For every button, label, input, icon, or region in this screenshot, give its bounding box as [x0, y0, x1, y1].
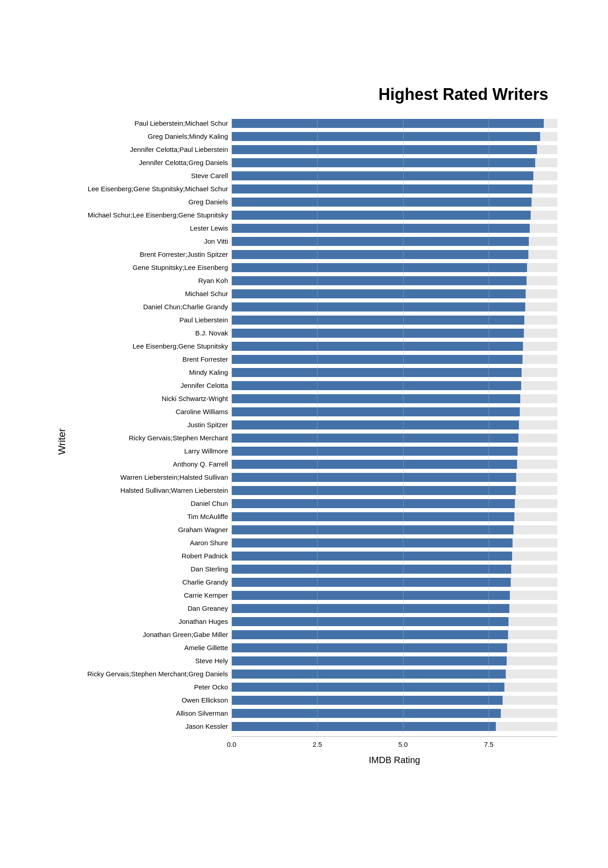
- y-axis-label: Writer: [51, 118, 69, 765]
- bar-label: Dan Sterling: [69, 565, 232, 573]
- bar-label: Mindy Kaling: [69, 368, 232, 376]
- bar-track: [232, 512, 557, 521]
- bar-fill: [232, 407, 520, 416]
- bar-fill: [232, 578, 511, 587]
- bar-fill: [232, 604, 509, 613]
- bar-label: Daniel Chun: [69, 500, 232, 507]
- bar-track: [232, 289, 557, 298]
- bar-label: B.J. Novak: [69, 329, 232, 337]
- x-tick: 2.5: [313, 741, 322, 748]
- bar-row: Tim McAuliffe: [69, 511, 557, 523]
- bar-fill: [232, 263, 527, 272]
- bar-row: Steve Carell: [69, 170, 557, 182]
- bars-wrapper: Paul Lieberstein;Michael SchurGreg Danie…: [69, 118, 557, 732]
- bar-label: Greg Daniels: [69, 198, 232, 206]
- bar-row: Jennifer Celotta;Paul Lieberstein: [69, 144, 557, 156]
- bar-row: Jon Vitti: [69, 236, 557, 247]
- bar-fill: [232, 434, 518, 443]
- bar-track: [232, 591, 557, 600]
- bar-row: Peter Ocko: [69, 681, 557, 693]
- bar-fill: [232, 119, 544, 128]
- bar-fill: [232, 683, 504, 692]
- bar-label: Jennifer Celotta;Paul Lieberstein: [69, 146, 232, 153]
- bar-fill: [232, 381, 521, 390]
- bar-track: [232, 525, 557, 534]
- bar-fill: [232, 709, 501, 718]
- bar-track: [232, 447, 557, 456]
- bar-fill: [232, 302, 525, 311]
- chart-container: Highest Rated Writers Writer Paul Lieber…: [33, 67, 575, 802]
- bar-fill: [232, 132, 540, 141]
- bar-row: Lee Eisenberg;Gene Stupnitsky: [69, 340, 557, 352]
- bar-label: Jonathan Huges: [69, 618, 232, 625]
- bar-fill: [232, 145, 537, 154]
- bar-track: [232, 696, 557, 705]
- bar-track: [232, 184, 557, 193]
- bar-fill: [232, 237, 529, 246]
- bar-row: Ricky Gervais;Stephen Merchant;Greg Dani…: [69, 668, 557, 680]
- bar-label: Lee Eisenberg;Gene Stupnitsky: [69, 342, 232, 350]
- bar-label: Aaron Shure: [69, 539, 232, 547]
- bar-label: Amelie Gillette: [69, 644, 232, 651]
- bar-label: Jon Vitti: [69, 237, 232, 245]
- bar-track: [232, 145, 557, 154]
- bar-track: [232, 368, 557, 377]
- bar-track: [232, 420, 557, 429]
- bar-label: Paul Lieberstein;Michael Schur: [69, 119, 232, 127]
- bar-fill: [232, 722, 496, 731]
- bar-track: [232, 211, 557, 220]
- bar-row: Mindy Kaling: [69, 367, 557, 378]
- bar-label: Steve Hely: [69, 657, 232, 665]
- bar-track: [232, 604, 557, 613]
- bar-track: [232, 171, 557, 180]
- bar-label: Brent Forrester;Justin Spitzer: [69, 250, 232, 258]
- x-axis: 0.02.55.07.5: [69, 736, 557, 750]
- bar-label: Lester Lewis: [69, 224, 232, 232]
- bar-label: Daniel Chun;Charlie Grandy: [69, 303, 232, 311]
- bar-row: Michael Schur;Lee Eisenberg;Gene Stupnit…: [69, 209, 557, 221]
- bar-label: Owen Ellickson: [69, 696, 232, 704]
- bar-fill: [232, 591, 510, 600]
- bar-track: [232, 552, 557, 561]
- bar-row: Steve Hely: [69, 655, 557, 667]
- bar-label: Lee Eisenberg;Gene Stupnitsky;Michael Sc…: [69, 185, 232, 193]
- bar-label: Jonathan Green;Gabe Miller: [69, 631, 232, 638]
- bar-row: Aaron Shure: [69, 537, 557, 549]
- bar-fill: [232, 565, 511, 574]
- bar-row: Dan Greaney: [69, 603, 557, 614]
- bar-track: [232, 263, 557, 272]
- bar-row: Larry Willmore: [69, 445, 557, 457]
- bar-row: Jonathan Green;Gabe Miller: [69, 629, 557, 641]
- bar-track: [232, 132, 557, 141]
- bar-label: Gene Stupnitsky;Lee Eisenberg: [69, 264, 232, 271]
- bar-row: Carrie Kemper: [69, 590, 557, 601]
- bar-fill: [232, 552, 512, 561]
- bar-row: Lester Lewis: [69, 222, 557, 234]
- bar-label: Halsted Sullivan;Warren Lieberstein: [69, 486, 232, 494]
- bar-track: [232, 355, 557, 364]
- bar-fill: [232, 499, 515, 508]
- bar-row: Warren Lieberstein;Halsted Sullivan: [69, 472, 557, 483]
- x-axis-ticks: 0.02.55.07.5: [232, 737, 557, 750]
- bar-fill: [232, 696, 503, 705]
- bar-row: Robert Padnick: [69, 550, 557, 562]
- bar-track: [232, 237, 557, 246]
- bar-row: Charlie Grandy: [69, 576, 557, 588]
- bar-row: Jennifer Celotta;Greg Daniels: [69, 157, 557, 169]
- bar-track: [232, 302, 557, 311]
- bar-track: [232, 407, 557, 416]
- bar-row: Owen Ellickson: [69, 694, 557, 706]
- bar-track: [232, 316, 557, 325]
- x-axis-label: IMDB Rating: [69, 755, 557, 765]
- bar-row: Caroline Williams: [69, 406, 557, 418]
- bar-fill: [232, 211, 531, 220]
- bar-track: [232, 630, 557, 639]
- bar-fill: [232, 329, 524, 338]
- bar-row: Amelie Gillette: [69, 642, 557, 654]
- bar-row: Anthony Q. Farrell: [69, 458, 557, 470]
- bar-label: Robert Padnick: [69, 552, 232, 560]
- bar-fill: [232, 342, 523, 351]
- bar-track: [232, 473, 557, 482]
- grid-container: Paul Lieberstein;Michael SchurGreg Danie…: [69, 118, 557, 734]
- bar-label: Jennifer Celotta;Greg Daniels: [69, 159, 232, 166]
